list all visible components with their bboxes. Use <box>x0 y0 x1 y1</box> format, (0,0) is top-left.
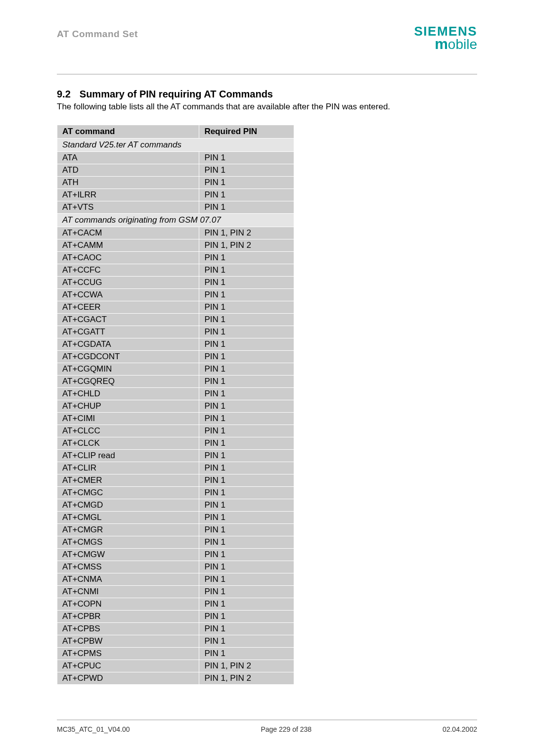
table-row: AT+CMGSPIN 1 <box>57 536 294 549</box>
cell-at-command: AT+CMGD <box>57 499 199 512</box>
table-header-row: AT command Required PIN <box>57 125 294 139</box>
table-row: AT+COPNPIN 1 <box>57 598 294 611</box>
cell-required-pin: PIN 1 <box>199 152 294 164</box>
table-row: AT+CPBSPIN 1 <box>57 623 294 635</box>
cell-required-pin: PIN 1 <box>199 611 294 623</box>
cell-required-pin: PIN 1, PIN 2 <box>199 239 294 252</box>
footer-divider <box>57 719 477 720</box>
footer-date: 02.04.2002 <box>443 725 477 733</box>
table-row: AT+CPBWPIN 1 <box>57 635 294 648</box>
table-row: AT+CNMAPIN 1 <box>57 573 294 586</box>
cell-at-command: AT+CCUG <box>57 277 199 289</box>
cell-at-command: AT+CGDATA <box>57 338 199 351</box>
table-row: AT+CLCCPIN 1 <box>57 425 294 437</box>
cell-at-command: AT+CMSS <box>57 561 199 573</box>
cell-at-command: AT+CMGS <box>57 536 199 549</box>
table-row: AT+CPMSPIN 1 <box>57 648 294 660</box>
cell-required-pin: PIN 1 <box>199 561 294 573</box>
table-row: AT+CEERPIN 1 <box>57 301 294 314</box>
header-required-pin: Required PIN <box>199 125 294 139</box>
table-row: AT+CPBRPIN 1 <box>57 611 294 623</box>
table-row: ATAPIN 1 <box>57 152 294 164</box>
cell-at-command: AT+CCFC <box>57 264 199 277</box>
cell-required-pin: PIN 1 <box>199 277 294 289</box>
cell-at-command: AT+CPBW <box>57 635 199 648</box>
cell-at-command: AT+CMER <box>57 474 199 487</box>
cell-at-command: AT+CAOC <box>57 252 199 264</box>
cell-required-pin: PIN 1 <box>199 338 294 351</box>
cell-at-command: AT+CLIR <box>57 462 199 474</box>
cell-required-pin: PIN 1 <box>199 623 294 635</box>
table-row: AT+CCUGPIN 1 <box>57 277 294 289</box>
cell-required-pin: PIN 1 <box>199 363 294 376</box>
cell-required-pin: PIN 1 <box>199 437 294 450</box>
cell-at-command: AT+CGACT <box>57 314 199 326</box>
table-row: AT+CHLDPIN 1 <box>57 388 294 400</box>
table-group-label: Standard V25.ter AT commands <box>57 139 294 152</box>
cell-at-command: AT+CPUC <box>57 660 199 672</box>
cell-required-pin: PIN 1 <box>199 598 294 611</box>
cell-required-pin: PIN 1 <box>199 289 294 301</box>
cell-at-command: AT+CLCK <box>57 437 199 450</box>
cell-at-command: AT+CCWA <box>57 289 199 301</box>
cell-required-pin: PIN 1 <box>199 314 294 326</box>
table-row: AT+CMGLPIN 1 <box>57 512 294 524</box>
table-row: AT+ILRRPIN 1 <box>57 189 294 201</box>
cell-required-pin: PIN 1 <box>199 252 294 264</box>
table-row: AT+CMGDPIN 1 <box>57 499 294 512</box>
cell-at-command: AT+CAMM <box>57 239 199 252</box>
cell-required-pin: PIN 1 <box>199 376 294 388</box>
page-header: AT Command Set SIEMENS mobile <box>57 25 477 59</box>
header-divider <box>57 74 477 75</box>
table-row: AT+CGQMINPIN 1 <box>57 363 294 376</box>
logo-mobile-rest: obile <box>448 37 477 52</box>
cell-at-command: AT+CMGR <box>57 524 199 536</box>
cell-required-pin: PIN 1 <box>199 450 294 462</box>
table-row: ATHPIN 1 <box>57 177 294 189</box>
footer-row: MC35_ATC_01_V04.00 Page 229 of 238 02.04… <box>57 725 477 733</box>
cell-at-command: AT+CMGW <box>57 549 199 561</box>
cell-required-pin: PIN 1 <box>199 586 294 598</box>
table-row: AT+CLCKPIN 1 <box>57 437 294 450</box>
table-row: AT+CCWAPIN 1 <box>57 289 294 301</box>
table-group-row: AT commands originating from GSM 07.07 <box>57 214 294 227</box>
cell-at-command: AT+CGDCONT <box>57 351 199 363</box>
table-row: AT+CPUCPIN 1, PIN 2 <box>57 660 294 672</box>
table-row: AT+CMGCPIN 1 <box>57 487 294 499</box>
cell-required-pin: PIN 1 <box>199 264 294 277</box>
table-row: AT+CMSSPIN 1 <box>57 561 294 573</box>
header-at-command: AT command <box>57 125 199 139</box>
cell-at-command: AT+CLCC <box>57 425 199 437</box>
logo-mobile-m: m <box>435 36 448 52</box>
table-row: AT+CNMIPIN 1 <box>57 586 294 598</box>
cell-required-pin: PIN 1 <box>199 425 294 437</box>
cell-at-command: AT+CHLD <box>57 388 199 400</box>
table-row: AT+CPWDPIN 1, PIN 2 <box>57 672 294 685</box>
cell-required-pin: PIN 1 <box>199 326 294 338</box>
cell-required-pin: PIN 1, PIN 2 <box>199 672 294 685</box>
table-row: AT+CLIRPIN 1 <box>57 462 294 474</box>
cell-required-pin: PIN 1 <box>199 388 294 400</box>
cell-at-command: AT+CMGL <box>57 512 199 524</box>
cell-required-pin: PIN 1 <box>199 536 294 549</box>
cell-required-pin: PIN 1 <box>199 189 294 201</box>
cell-at-command: AT+CGQMIN <box>57 363 199 376</box>
cell-at-command: AT+CMGC <box>57 487 199 499</box>
cell-at-command: AT+CPWD <box>57 672 199 685</box>
table-row: AT+CGACTPIN 1 <box>57 314 294 326</box>
cell-required-pin: PIN 1 <box>199 648 294 660</box>
cell-required-pin: PIN 1 <box>199 400 294 413</box>
table-row: AT+VTSPIN 1 <box>57 201 294 214</box>
cell-required-pin: PIN 1, PIN 2 <box>199 227 294 239</box>
cell-required-pin: PIN 1 <box>199 635 294 648</box>
cell-required-pin: PIN 1 <box>199 487 294 499</box>
cell-at-command: ATD <box>57 164 199 177</box>
table-row: AT+CMERPIN 1 <box>57 474 294 487</box>
section-intro: The following table lists all the AT com… <box>57 102 477 112</box>
cell-at-command: AT+COPN <box>57 598 199 611</box>
section-number: 9.2 <box>57 89 71 99</box>
cell-at-command: AT+CNMI <box>57 586 199 598</box>
cell-required-pin: PIN 1 <box>199 351 294 363</box>
cell-at-command: AT+CPMS <box>57 648 199 660</box>
cell-required-pin: PIN 1 <box>199 177 294 189</box>
